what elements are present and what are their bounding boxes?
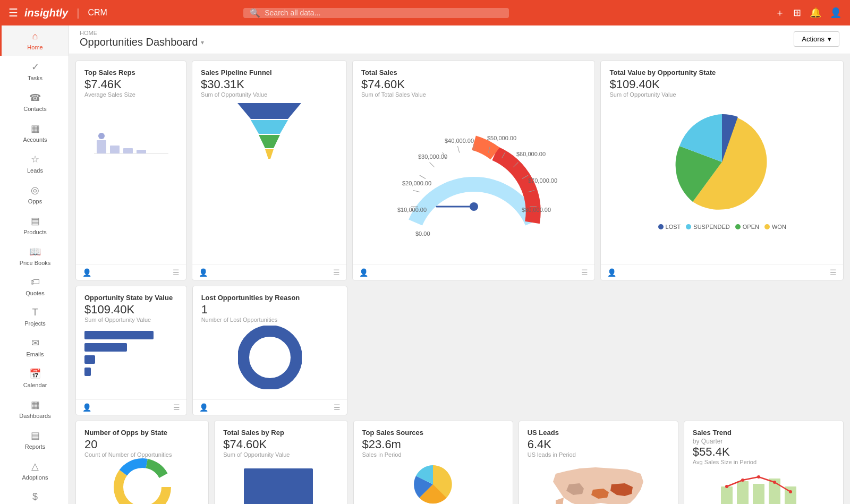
donut-chart-opps-state <box>113 458 172 504</box>
svg-rect-2 <box>110 146 120 153</box>
search-icon: 🔍 <box>250 8 260 18</box>
svg-rect-1 <box>97 140 106 153</box>
sidebar-item-label: Projects <box>24 320 46 327</box>
actions-dropdown-icon: ▾ <box>828 35 831 43</box>
dashboard-row-1: Top Sales Reps $7.46K Average Sales Size <box>75 61 844 280</box>
menu-icon: ☰ <box>334 403 341 412</box>
card-value: $30.31K <box>201 78 338 91</box>
lost-dot <box>658 224 664 229</box>
sidebar-item-accounts[interactable]: ▦ Accounts <box>0 117 69 148</box>
legend-lost: LOST <box>658 224 681 230</box>
card-footer: 👤 ☰ <box>192 264 346 280</box>
donut-chart-lost <box>238 326 302 389</box>
card-subtitle: Average Sales Size <box>84 91 177 98</box>
menu-icon: ☰ <box>173 403 180 412</box>
search-bar[interactable]: 🔍 <box>243 8 509 18</box>
dashboard-row-3: Number of Opps by State 20 Count of Numb… <box>75 421 844 504</box>
card-title: Sales Trend <box>693 429 835 437</box>
sidebar-item-label: Products <box>23 229 46 235</box>
svg-point-54 <box>757 475 760 479</box>
horiz-bar-chart <box>84 328 169 381</box>
sidebar-item-arr[interactable]: $ ARR <box>0 486 69 504</box>
sidebar-item-products[interactable]: ▤ Products <box>0 210 69 241</box>
card-opp-state-by-value: Opportunity State by Value $109.40K Sum … <box>75 286 187 415</box>
svg-point-55 <box>773 481 776 484</box>
svg-point-5 <box>98 133 105 139</box>
home-icon: ⌂ <box>32 31 38 42</box>
card-subtitle: Sum of Opportunity Value <box>223 451 338 458</box>
suspended-dot <box>686 224 691 229</box>
card-title: Top Sales Reps <box>84 69 177 76</box>
svg-rect-3 <box>123 148 133 153</box>
svg-text:$50,000.00: $50,000.00 <box>487 135 516 141</box>
card-title: Total Sales by Rep <box>223 429 338 437</box>
sidebar-item-label: Contacts <box>23 106 46 112</box>
quotes-icon: 🏷 <box>30 277 40 288</box>
won-label: WON <box>772 224 786 230</box>
content-area: HOME Opportunities Dashboard ▾ Actions ▾… <box>69 25 850 504</box>
sidebar-item-adoptions[interactable]: △ Adoptions <box>0 455 69 486</box>
sidebar-item-contacts[interactable]: ☎ Contacts <box>0 87 69 117</box>
svg-rect-38 <box>84 368 91 376</box>
sidebar-item-price-books[interactable]: 📖 Price Books <box>0 241 69 271</box>
sidebar-item-emails[interactable]: ✉ Emails <box>0 332 69 363</box>
sidebar-item-tasks[interactable]: ✓ Tasks <box>0 56 69 87</box>
open-dot <box>735 224 741 229</box>
sidebar-item-label: Tasks <box>28 75 42 81</box>
actions-button[interactable]: Actions ▾ <box>794 31 839 47</box>
card-value: $109.40K <box>84 303 178 317</box>
card-subtitle: US leads in Period <box>528 451 669 458</box>
gauge-placeholder <box>353 286 596 415</box>
svg-rect-45 <box>244 468 313 504</box>
svg-line-24 <box>429 163 434 167</box>
reports-icon: ▤ <box>31 430 40 441</box>
crm-label: CRM <box>88 8 107 18</box>
card-footer: 👤 ☰ <box>76 399 186 415</box>
sidebar-item-calendar[interactable]: 📅 Calendar <box>0 363 69 394</box>
card-value: $7.46K <box>84 78 177 91</box>
card-total-sales-by-rep: Total Sales by Rep $74.60K Sum of Opport… <box>214 421 347 504</box>
user-icon[interactable]: 👤 <box>830 7 842 19</box>
search-input[interactable] <box>265 8 503 17</box>
opps-icon: ◎ <box>31 184 39 196</box>
card-top-sales-sources: Top Sales Sources $23.6m Sales in Period <box>353 421 513 504</box>
card-title: Opportunity State by Value <box>84 294 178 302</box>
bell-icon[interactable]: 🔔 <box>810 7 821 19</box>
sidebar-item-leads[interactable]: ☆ Leads <box>0 148 69 179</box>
svg-point-44 <box>126 471 158 503</box>
page-title: Opportunities Dashboard ▾ <box>80 36 204 48</box>
card-sales-pipeline-funnel: Sales Pipeline Funnel $30.31K Sum of Opp… <box>192 61 347 280</box>
add-icon[interactable]: ＋ <box>775 6 785 19</box>
card-value: 6.4K <box>528 438 669 451</box>
card-title: Total Value by Opportunity State <box>609 69 835 76</box>
card-value: $109.40K <box>609 78 835 91</box>
card-footer: 👤 ☰ <box>76 264 186 280</box>
content-header: HOME Opportunities Dashboard ▾ Actions ▾ <box>69 25 850 54</box>
svg-point-53 <box>741 479 744 482</box>
nav-icons: ＋ ⊞ 🔔 👤 <box>775 6 842 19</box>
svg-text:$0.00: $0.00 <box>415 230 430 237</box>
hamburger-icon[interactable]: ☰ <box>8 6 18 19</box>
card-value: 20 <box>84 438 200 451</box>
sidebar-item-dashboards[interactable]: ▦ Dashboards <box>0 394 69 424</box>
card-title: Sales Pipeline Funnel <box>201 69 338 76</box>
svg-rect-36 <box>84 343 127 352</box>
card-top-sales-reps: Top Sales Reps $7.46K Average Sales Size <box>75 61 186 280</box>
sidebar-item-home[interactable]: ⌂ Home <box>0 25 69 56</box>
card-subtitle: Sum of Opportunity Value <box>84 317 178 323</box>
svg-marker-8 <box>259 135 280 148</box>
sidebar-item-opps[interactable]: ◎ Opps <box>0 179 69 210</box>
sidebar-item-quotes[interactable]: 🏷 Quotes <box>0 271 69 302</box>
emails-icon: ✉ <box>31 337 39 349</box>
svg-marker-9 <box>265 149 274 159</box>
svg-point-20 <box>470 202 478 211</box>
svg-text:$30,000.00: $30,000.00 <box>418 153 447 160</box>
card-value: $74.60K <box>361 78 586 91</box>
card-num-opps-by-state: Number of Opps by State 20 Count of Numb… <box>75 421 209 504</box>
sidebar-item-reports[interactable]: ▤ Reports <box>0 424 69 455</box>
bar-chart-top-sales <box>89 103 174 156</box>
card-footer: 👤 ☰ <box>353 264 595 280</box>
logo: insightly <box>24 7 68 19</box>
sidebar-item-projects[interactable]: T Projects <box>0 302 69 332</box>
grid-icon[interactable]: ⊞ <box>793 7 801 19</box>
